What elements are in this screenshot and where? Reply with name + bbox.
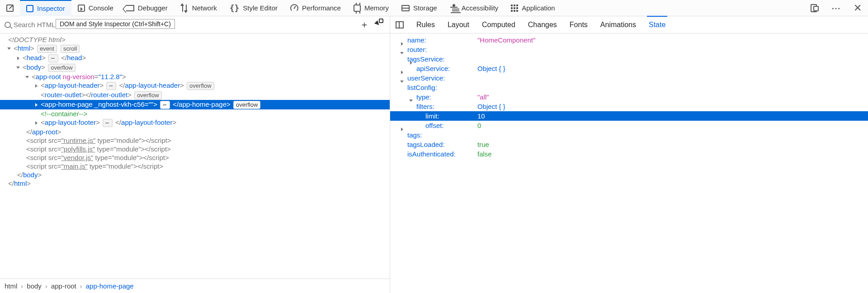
breadcrumb-item[interactable]: app-root <box>51 282 76 290</box>
responsive-design-button[interactable] <box>804 0 825 16</box>
tab-inspector[interactable]: Inspector <box>20 0 71 16</box>
breadcrumb: html› body› app-root› app-home-page <box>0 279 390 293</box>
dom-node[interactable]: <html> event scroll <box>0 44 390 53</box>
dom-node[interactable]: <body> overflow <box>0 63 390 72</box>
sidebar-tab-computed[interactable]: Computed <box>482 21 515 29</box>
main-panel: DOM and Style Inspector (Ctrl+Shift+C) ＋… <box>0 16 868 293</box>
sidebar-tab-state[interactable]: State <box>649 21 665 29</box>
tab-label: Memory <box>364 4 389 12</box>
dom-node[interactable]: <script src="main.js" type="module"></sc… <box>0 162 390 170</box>
prop-row[interactable]: apiService:Object { } <box>390 64 868 73</box>
tab-label: Application <box>522 4 555 12</box>
dom-node[interactable]: </body> <box>0 170 390 179</box>
sidebar-tab-animations[interactable]: Animations <box>600 21 636 29</box>
dom-node[interactable]: <app-root ng-version="11.2.8"> <box>0 72 390 81</box>
inspector-tooltip: DOM and Style Inspector (Ctrl+Shift+C) <box>56 19 175 29</box>
prop-row[interactable]: name:"HomeComponent" <box>390 35 868 45</box>
tab-console[interactable]: Console <box>71 0 120 16</box>
tab-storage[interactable]: Storage <box>395 0 443 16</box>
prop-row[interactable]: offset:0 <box>390 121 868 130</box>
sidebar-tab-rules[interactable]: Rules <box>416 21 435 29</box>
dom-node[interactable]: <app-layout-footer> ⋯ </app-layout-foote… <box>0 118 390 128</box>
console-icon <box>78 5 85 12</box>
tab-label: Inspector <box>37 5 65 12</box>
sidebar-tab-layout[interactable]: Layout <box>448 21 469 29</box>
dom-node[interactable]: <script src="polyfills.js" type="module"… <box>0 145 390 153</box>
tab-memory[interactable]: Memory <box>347 0 395 16</box>
prop-row[interactable]: listConfig: <box>390 83 868 92</box>
dom-node[interactable]: <head> ⋯ </head> <box>0 53 390 63</box>
close-icon: ✕ <box>854 2 862 14</box>
dom-node[interactable]: <script src="runtime.js" type="module"><… <box>0 136 390 145</box>
tab-label: Style Editor <box>243 4 278 12</box>
dom-node[interactable]: <router-outlet></router-outlet> overflow <box>0 90 390 100</box>
pick-element-icon <box>5 4 14 13</box>
tab-accessibility[interactable]: Accessibility <box>443 0 505 16</box>
dom-node[interactable]: <!--container--> <box>0 109 390 118</box>
accessibility-icon <box>450 4 458 12</box>
tab-debugger[interactable]: Debugger <box>120 0 174 16</box>
tab-label: Network <box>192 4 217 12</box>
tab-network[interactable]: Network <box>174 0 223 16</box>
tab-application[interactable]: Application <box>505 0 561 16</box>
tab-label: Storage <box>413 4 437 12</box>
network-icon <box>180 5 189 12</box>
breadcrumb-item[interactable]: html <box>5 282 17 290</box>
dom-node[interactable]: </html> <box>0 179 390 188</box>
style-editor-icon: {} <box>230 5 240 11</box>
right-pane: Rules Layout Computed Changes Fonts Anim… <box>390 16 868 293</box>
devtools-toolbar: Inspector Console Debugger Network {}Sty… <box>0 0 868 16</box>
toggle-panes-icon[interactable] <box>396 21 404 28</box>
search-icon <box>5 22 11 28</box>
performance-icon <box>290 4 298 12</box>
dom-node-selected[interactable]: <app-home-page _nghost-vkh-c56=""> ⋯ </a… <box>0 100 390 109</box>
dom-node[interactable]: <!DOCTYPE html> <box>0 35 390 44</box>
tab-label: Performance <box>302 4 341 12</box>
pick-element-button[interactable] <box>0 0 20 16</box>
memory-icon <box>354 5 361 12</box>
inspector-icon <box>26 5 33 12</box>
application-icon <box>511 5 518 12</box>
prop-row[interactable]: tagsLoaded:true <box>390 140 868 149</box>
eyedropper-button[interactable] <box>375 19 382 26</box>
breadcrumb-item-active[interactable]: app-home-page <box>86 282 134 290</box>
sidebar-tab-fonts[interactable]: Fonts <box>570 21 588 29</box>
storage-icon <box>401 5 410 11</box>
dom-node[interactable]: <app-layout-header> ⋯ </app-layout-heade… <box>0 81 390 90</box>
tab-label: Accessibility <box>462 4 499 12</box>
left-pane: DOM and Style Inspector (Ctrl+Shift+C) ＋… <box>0 16 390 293</box>
properties-panel[interactable]: name:"HomeComponent" router: tagsService… <box>390 33 868 293</box>
tab-performance[interactable]: Performance <box>284 0 347 16</box>
dom-node[interactable]: </app-root> <box>0 128 390 136</box>
sidebar-tabs: Rules Layout Computed Changes Fonts Anim… <box>390 16 868 33</box>
tab-label: Debugger <box>138 4 168 12</box>
responsive-design-icon <box>811 4 819 12</box>
tab-label: Console <box>89 4 113 12</box>
tab-style-editor[interactable]: {}Style Editor <box>223 0 284 16</box>
sidebar-tab-changes[interactable]: Changes <box>528 21 557 29</box>
more-tools-button[interactable]: ⋯ <box>825 0 847 16</box>
add-node-button[interactable]: ＋ <box>360 19 369 31</box>
dom-node[interactable]: <script src="vendor.js" type="module"></… <box>0 153 390 162</box>
prop-row[interactable]: type:"all" <box>390 92 868 102</box>
prop-row[interactable]: router: <box>390 45 868 54</box>
prop-row[interactable]: tagsService: <box>390 54 868 64</box>
search-row: DOM and Style Inspector (Ctrl+Shift+C) ＋ <box>0 16 390 33</box>
prop-row[interactable]: filters:Object { } <box>390 102 868 111</box>
prop-row[interactable]: isAuthenticated:false <box>390 149 868 159</box>
prop-row-selected[interactable]: limit:10 <box>390 111 868 121</box>
more-icon: ⋯ <box>831 3 841 14</box>
prop-row[interactable]: tags: <box>390 130 868 140</box>
close-devtools-button[interactable]: ✕ <box>847 0 868 16</box>
dom-tree[interactable]: <!DOCTYPE html> <html> event scroll <hea… <box>0 33 390 279</box>
breadcrumb-item[interactable]: body <box>27 282 42 290</box>
prop-row[interactable]: userService: <box>390 73 868 83</box>
debugger-icon <box>126 5 134 11</box>
